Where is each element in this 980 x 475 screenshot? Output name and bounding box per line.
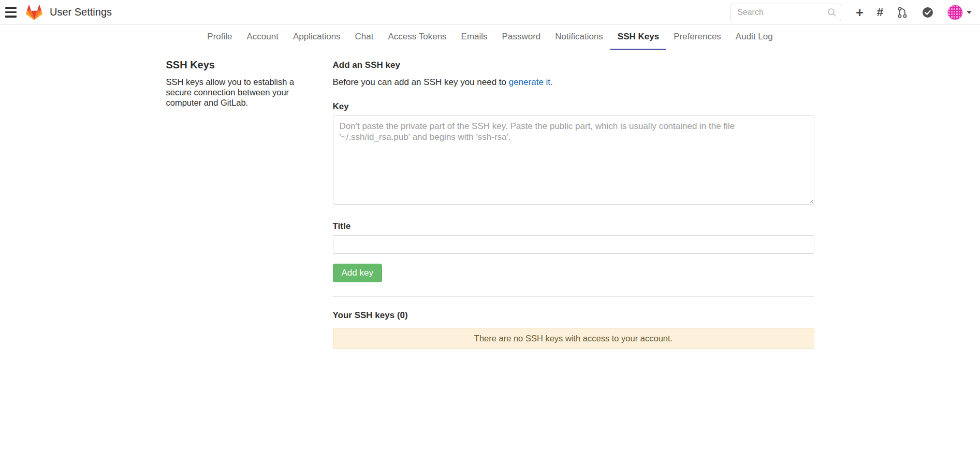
gitlab-logo[interactable] (26, 4, 42, 21)
tab-applications[interactable]: Applications (286, 25, 348, 50)
hash-icon[interactable]: # (877, 6, 883, 19)
menu-icon[interactable] (5, 7, 19, 18)
todo-check-icon[interactable] (922, 6, 934, 19)
tab-preferences[interactable]: Preferences (666, 25, 728, 50)
tab-audit-log[interactable]: Audit Log (728, 25, 780, 50)
page-title: User Settings (50, 6, 112, 18)
user-avatar[interactable] (947, 5, 963, 20)
add-ssh-key-heading: Add an SSH key (333, 60, 814, 70)
tab-password[interactable]: Password (495, 25, 548, 50)
tab-emails[interactable]: Emails (454, 25, 495, 50)
tab-profile[interactable]: Profile (200, 25, 239, 50)
new-plus-icon[interactable]: + (856, 6, 864, 19)
search-input[interactable] (730, 4, 841, 21)
title-input[interactable] (333, 235, 814, 254)
section-description: SSH keys allow you to establish a secure… (166, 77, 312, 108)
generate-key-hint-text: Before you can add an SSH key you need t… (333, 77, 509, 87)
search-icon (827, 8, 837, 17)
generate-it-link[interactable]: generate it. (509, 77, 553, 87)
tab-ssh-keys[interactable]: SSH Keys (610, 25, 666, 50)
title-label: Title (333, 221, 814, 232)
tab-account[interactable]: Account (239, 25, 285, 50)
key-label: Key (333, 102, 814, 112)
add-key-button[interactable]: Add key (333, 264, 382, 282)
tab-chat[interactable]: Chat (348, 25, 381, 50)
tab-notifications[interactable]: Notifications (548, 25, 610, 50)
tab-access-tokens[interactable]: Access Tokens (381, 25, 454, 50)
generate-key-hint: Before you can add an SSH key you need t… (333, 77, 814, 88)
content-area: SSH Keys SSH keys allow you to establish… (166, 50, 814, 370)
key-textarea[interactable] (333, 116, 814, 205)
navbar-actions: + # (730, 4, 972, 21)
section-divider (333, 296, 814, 297)
ssh-key-form-column: Add an SSH key Before you can add an SSH… (333, 58, 814, 370)
merge-request-icon[interactable] (897, 6, 908, 19)
your-ssh-keys-heading: Your SSH keys (0) (333, 310, 814, 321)
section-description-column: SSH Keys SSH keys allow you to establish… (166, 58, 333, 370)
top-navbar: User Settings + # (0, 0, 980, 25)
caret-down-icon[interactable] (967, 11, 972, 14)
section-heading: SSH Keys (166, 59, 312, 71)
settings-tabs: Profile Account Applications Chat Access… (0, 25, 980, 50)
no-keys-warning: There are no SSH keys with access to you… (333, 328, 814, 349)
